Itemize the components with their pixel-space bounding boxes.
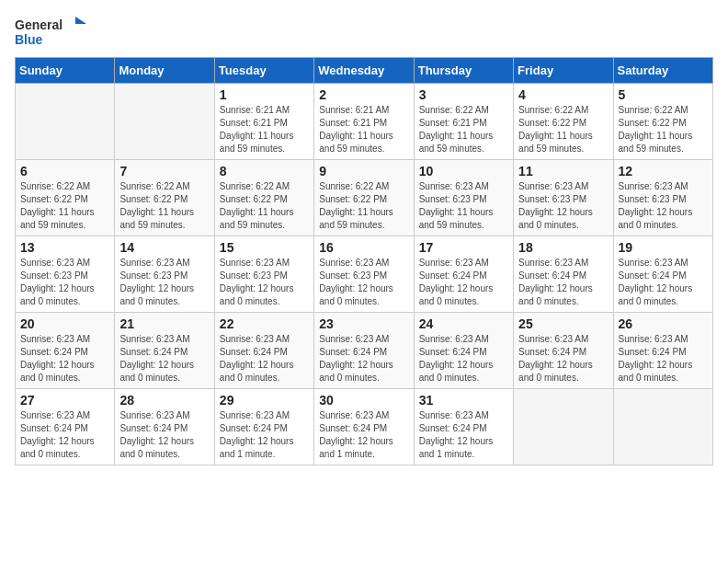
calendar-cell: [16, 84, 115, 160]
day-number: 2: [319, 87, 408, 102]
weekday-header: Tuesday: [214, 58, 313, 84]
day-info: Sunrise: 6:23 AM Sunset: 6:23 PM Dayligh…: [419, 180, 508, 232]
calendar-cell: [613, 389, 712, 465]
calendar-cell: 7Sunrise: 6:22 AM Sunset: 6:22 PM Daylig…: [115, 160, 214, 236]
day-info: Sunrise: 6:21 AM Sunset: 6:21 PM Dayligh…: [220, 104, 309, 155]
day-number: 27: [20, 393, 109, 408]
day-number: 20: [20, 316, 109, 331]
day-number: 15: [220, 240, 309, 255]
calendar-week-row: 6Sunrise: 6:22 AM Sunset: 6:22 PM Daylig…: [16, 160, 713, 236]
day-info: Sunrise: 6:22 AM Sunset: 6:22 PM Dayligh…: [20, 180, 109, 232]
day-info: Sunrise: 6:22 AM Sunset: 6:21 PM Dayligh…: [419, 104, 508, 155]
calendar-cell: 17Sunrise: 6:23 AM Sunset: 6:24 PM Dayli…: [414, 236, 513, 313]
calendar-cell: 13Sunrise: 6:23 AM Sunset: 6:23 PM Dayli…: [16, 236, 115, 313]
day-info: Sunrise: 6:23 AM Sunset: 6:24 PM Dayligh…: [220, 409, 309, 461]
day-number: 21: [119, 316, 209, 331]
calendar-cell: 21Sunrise: 6:23 AM Sunset: 6:24 PM Dayli…: [115, 313, 214, 389]
day-number: 28: [119, 393, 209, 408]
calendar-cell: 15Sunrise: 6:23 AM Sunset: 6:23 PM Dayli…: [214, 236, 313, 313]
day-info: Sunrise: 6:23 AM Sunset: 6:24 PM Dayligh…: [419, 409, 508, 461]
day-number: 22: [220, 316, 309, 331]
day-number: 12: [619, 164, 708, 178]
calendar-cell: 31Sunrise: 6:23 AM Sunset: 6:24 PM Dayli…: [414, 389, 513, 465]
day-number: 11: [518, 164, 608, 178]
calendar-cell: 27Sunrise: 6:23 AM Sunset: 6:24 PM Dayli…: [16, 389, 115, 465]
day-number: 14: [119, 240, 209, 255]
calendar-cell: 18Sunrise: 6:23 AM Sunset: 6:24 PM Dayli…: [514, 236, 613, 313]
day-number: 29: [220, 393, 309, 408]
logo-svg: GeneralBlue: [15, 15, 88, 50]
day-number: 31: [419, 393, 508, 408]
day-info: Sunrise: 6:22 AM Sunset: 6:22 PM Dayligh…: [119, 180, 209, 232]
day-info: Sunrise: 6:23 AM Sunset: 6:24 PM Dayligh…: [220, 333, 309, 385]
calendar-cell: 5Sunrise: 6:22 AM Sunset: 6:22 PM Daylig…: [613, 84, 712, 160]
svg-marker-1: [75, 17, 86, 24]
calendar-cell: [115, 84, 214, 160]
svg-text:Blue: Blue: [15, 32, 43, 47]
calendar-cell: 24Sunrise: 6:23 AM Sunset: 6:24 PM Dayli…: [414, 313, 513, 389]
day-number: 16: [319, 240, 408, 255]
day-info: Sunrise: 6:23 AM Sunset: 6:23 PM Dayligh…: [220, 257, 309, 308]
day-number: 7: [119, 164, 209, 178]
day-number: 18: [518, 240, 608, 255]
day-number: 8: [220, 164, 309, 178]
weekday-header: Wednesday: [314, 58, 414, 84]
calendar-cell: 2Sunrise: 6:21 AM Sunset: 6:21 PM Daylig…: [314, 84, 414, 160]
calendar-cell: 6Sunrise: 6:22 AM Sunset: 6:22 PM Daylig…: [16, 160, 115, 236]
day-info: Sunrise: 6:23 AM Sunset: 6:24 PM Dayligh…: [20, 409, 109, 461]
calendar-cell: 19Sunrise: 6:23 AM Sunset: 6:24 PM Dayli…: [613, 236, 712, 313]
weekday-header: Saturday: [613, 58, 712, 84]
day-number: 24: [419, 316, 508, 331]
day-info: Sunrise: 6:23 AM Sunset: 6:24 PM Dayligh…: [319, 333, 408, 385]
day-info: Sunrise: 6:23 AM Sunset: 6:23 PM Dayligh…: [619, 180, 708, 232]
day-info: Sunrise: 6:23 AM Sunset: 6:24 PM Dayligh…: [119, 409, 209, 461]
calendar-week-row: 1Sunrise: 6:21 AM Sunset: 6:21 PM Daylig…: [16, 84, 713, 160]
day-info: Sunrise: 6:23 AM Sunset: 6:23 PM Dayligh…: [518, 180, 608, 232]
calendar-cell: [514, 389, 613, 465]
calendar-week-row: 13Sunrise: 6:23 AM Sunset: 6:23 PM Dayli…: [16, 236, 713, 313]
calendar-cell: 8Sunrise: 6:22 AM Sunset: 6:22 PM Daylig…: [214, 160, 313, 236]
calendar-cell: 20Sunrise: 6:23 AM Sunset: 6:24 PM Dayli…: [16, 313, 115, 389]
day-number: 17: [419, 240, 508, 255]
calendar-cell: 22Sunrise: 6:23 AM Sunset: 6:24 PM Dayli…: [214, 313, 313, 389]
calendar-cell: 10Sunrise: 6:23 AM Sunset: 6:23 PM Dayli…: [414, 160, 513, 236]
day-info: Sunrise: 6:23 AM Sunset: 6:24 PM Dayligh…: [518, 333, 608, 385]
calendar-cell: 28Sunrise: 6:23 AM Sunset: 6:24 PM Dayli…: [115, 389, 214, 465]
weekday-header: Friday: [514, 58, 613, 84]
day-info: Sunrise: 6:23 AM Sunset: 6:24 PM Dayligh…: [518, 257, 608, 308]
calendar-cell: 14Sunrise: 6:23 AM Sunset: 6:23 PM Dayli…: [115, 236, 214, 313]
day-info: Sunrise: 6:23 AM Sunset: 6:24 PM Dayligh…: [619, 257, 708, 308]
calendar-week-row: 27Sunrise: 6:23 AM Sunset: 6:24 PM Dayli…: [16, 389, 713, 465]
calendar-cell: 25Sunrise: 6:23 AM Sunset: 6:24 PM Dayli…: [514, 313, 613, 389]
day-info: Sunrise: 6:22 AM Sunset: 6:22 PM Dayligh…: [319, 180, 408, 232]
calendar-cell: 12Sunrise: 6:23 AM Sunset: 6:23 PM Dayli…: [613, 160, 712, 236]
day-number: 25: [518, 316, 608, 331]
day-info: Sunrise: 6:23 AM Sunset: 6:23 PM Dayligh…: [119, 257, 209, 308]
calendar-cell: 29Sunrise: 6:23 AM Sunset: 6:24 PM Dayli…: [214, 389, 313, 465]
calendar-body: 1Sunrise: 6:21 AM Sunset: 6:21 PM Daylig…: [16, 84, 713, 465]
day-number: 26: [619, 316, 708, 331]
page-header: GeneralBlue: [15, 15, 713, 50]
svg-text:General: General: [15, 17, 63, 32]
day-number: 23: [319, 316, 408, 331]
weekday-header: Thursday: [414, 58, 513, 84]
calendar-cell: 23Sunrise: 6:23 AM Sunset: 6:24 PM Dayli…: [314, 313, 414, 389]
day-info: Sunrise: 6:23 AM Sunset: 6:24 PM Dayligh…: [20, 333, 109, 385]
calendar-cell: 9Sunrise: 6:22 AM Sunset: 6:22 PM Daylig…: [314, 160, 414, 236]
day-number: 5: [619, 87, 708, 102]
calendar-header: SundayMondayTuesdayWednesdayThursdayFrid…: [16, 58, 713, 84]
day-number: 19: [619, 240, 708, 255]
day-info: Sunrise: 6:23 AM Sunset: 6:24 PM Dayligh…: [119, 333, 209, 385]
day-info: Sunrise: 6:22 AM Sunset: 6:22 PM Dayligh…: [220, 180, 309, 232]
day-info: Sunrise: 6:23 AM Sunset: 6:24 PM Dayligh…: [419, 257, 508, 308]
calendar-table: SundayMondayTuesdayWednesdayThursdayFrid…: [15, 57, 713, 465]
calendar-cell: 11Sunrise: 6:23 AM Sunset: 6:23 PM Dayli…: [514, 160, 613, 236]
day-info: Sunrise: 6:23 AM Sunset: 6:23 PM Dayligh…: [319, 257, 408, 308]
day-info: Sunrise: 6:21 AM Sunset: 6:21 PM Dayligh…: [319, 104, 408, 155]
day-info: Sunrise: 6:23 AM Sunset: 6:24 PM Dayligh…: [419, 333, 508, 385]
day-number: 9: [319, 164, 408, 178]
day-number: 13: [20, 240, 109, 255]
day-number: 6: [20, 164, 109, 178]
weekday-row: SundayMondayTuesdayWednesdayThursdayFrid…: [16, 58, 713, 84]
calendar-cell: 26Sunrise: 6:23 AM Sunset: 6:24 PM Dayli…: [613, 313, 712, 389]
